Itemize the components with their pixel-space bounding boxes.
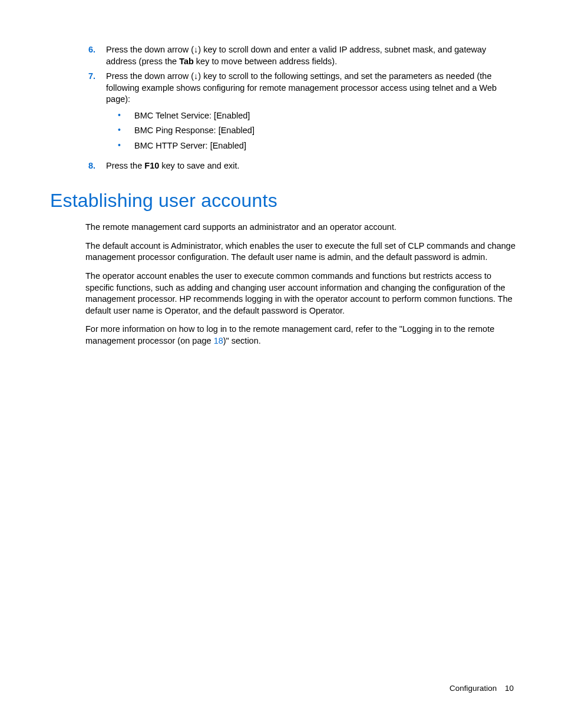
step-7: 7. Press the down arrow (↓) key to scrol… [50,71,515,156]
bullet-item: • BMC Ping Response: [Enabled] [118,125,515,137]
key-label: F10 [144,161,159,170]
page-footer: Configuration 10 [449,683,514,694]
paragraph: The default account is Administrator, wh… [85,241,515,263]
bullet-text: BMC Telnet Service: [Enabled] [134,110,515,122]
step-body: Press the down arrow (↓) key to scroll t… [106,71,515,156]
paragraph: The remote management card supports an a… [85,222,515,233]
bullet-text: BMC Ping Response: [Enabled] [134,125,515,137]
numbered-steps: 6. Press the down arrow (↓) key to scrol… [50,44,515,172]
footer-section: Configuration [449,684,497,693]
step-8: 8. Press the F10 key to save and exit. [50,160,515,172]
step-6: 6. Press the down arrow (↓) key to scrol… [50,44,515,67]
text: key to move between address fields). [194,57,337,66]
text: Press the [106,161,144,170]
page-ref-link[interactable]: 18 [214,336,223,345]
footer-page-number: 10 [505,684,514,693]
text: For more information on how to log in to… [85,324,494,345]
page-content: 6. Press the down arrow (↓) key to scrol… [50,44,515,354]
bullet-item: • BMC HTTP Server: [Enabled] [118,140,515,152]
bullet-icon: • [118,125,134,135]
bullet-list: • BMC Telnet Service: [Enabled] • BMC Pi… [106,110,515,152]
step-body: Press the F10 key to save and exit. [106,160,515,172]
text: Press the down arrow (↓) key to scroll t… [106,71,497,104]
step-number: 8. [50,160,106,172]
step-number: 6. [50,44,106,56]
paragraph: The operator account enables the user to… [85,271,515,317]
bullet-icon: • [118,140,134,150]
step-body: Press the down arrow (↓) key to scroll d… [106,44,515,67]
text: key to save and exit. [159,161,239,170]
bullet-text: BMC HTTP Server: [Enabled] [134,140,515,152]
section-body: The remote management card supports an a… [85,222,515,347]
key-label: Tab [179,57,194,66]
step-number: 7. [50,71,106,83]
text: )" section. [223,336,261,345]
paragraph: For more information on how to log in to… [85,324,515,347]
bullet-item: • BMC Telnet Service: [Enabled] [118,110,515,122]
section-heading: Establishing user accounts [50,188,515,213]
bullet-icon: • [118,110,134,120]
